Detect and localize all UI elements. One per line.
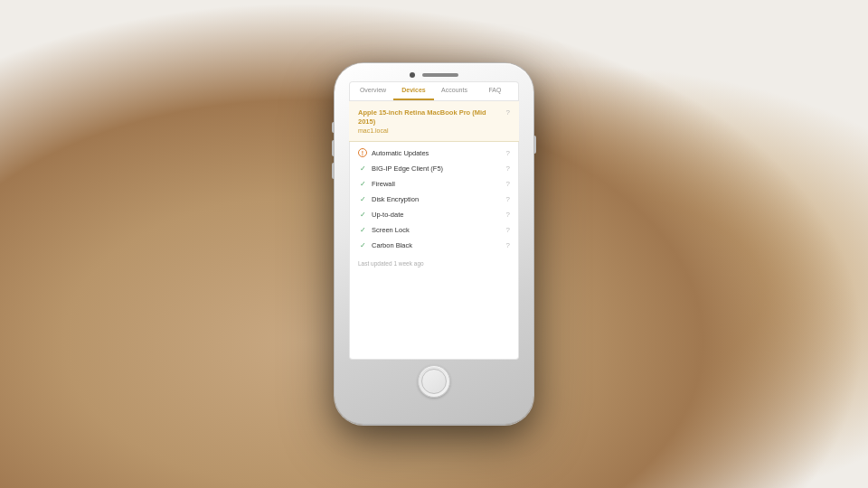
help-bigip[interactable]: ? — [506, 164, 510, 173]
help-carbon-black[interactable]: ? — [506, 241, 510, 249]
navigation-tabs: Overview Devices Accounts FAQ — [349, 81, 519, 101]
home-button[interactable] — [418, 365, 450, 398]
status-item-firewall: ✓ Firewall ? — [349, 176, 519, 192]
help-uptodate[interactable]: ? — [506, 211, 510, 219]
status-label-updates: Automatic Updates — [372, 149, 429, 157]
phone-screen: Overview Devices Accounts FAQ Apple 15-i… — [349, 81, 519, 360]
status-label-bigip: BIG-IP Edge Client (F5) — [372, 164, 443, 173]
status-item-uptodate: ✓ Up-to-date ? — [349, 207, 519, 222]
check-icon-carbon-black: ✓ — [358, 240, 367, 249]
status-list: ! Automatic Updates ? ✓ BIG-IP Edge Clie… — [349, 142, 519, 257]
check-icon-encryption: ✓ — [358, 194, 367, 203]
power-button — [533, 136, 536, 154]
volume-up-button — [332, 140, 335, 156]
status-label-firewall: Firewall — [372, 180, 395, 188]
phone-device: Overview Devices Accounts FAQ Apple 15-i… — [335, 63, 533, 425]
tab-devices[interactable]: Devices — [393, 81, 434, 100]
phone-shell: Overview Devices Accounts FAQ Apple 15-i… — [335, 63, 533, 425]
tab-overview[interactable]: Overview — [353, 81, 393, 100]
status-label-screen-lock: Screen Lock — [372, 226, 410, 234]
status-item-bigip: ✓ BIG-IP Edge Client (F5) ? — [349, 161, 519, 176]
status-item-screen-lock: ✓ Screen Lock ? — [349, 222, 519, 238]
check-icon-firewall: ✓ — [358, 179, 367, 188]
help-encryption[interactable]: ? — [506, 195, 510, 203]
device-help-icon[interactable]: ? — [506, 108, 510, 117]
check-icon-bigip: ✓ — [358, 164, 367, 173]
status-label-encryption: Disk Encryption — [372, 195, 419, 203]
tab-faq[interactable]: FAQ — [475, 81, 515, 100]
help-firewall[interactable]: ? — [506, 180, 510, 188]
last-updated-timestamp: Last updated 1 week ago — [349, 257, 519, 270]
status-label-uptodate: Up-to-date — [372, 211, 403, 219]
warning-icon-updates: ! — [358, 148, 367, 157]
device-hostname: mac1.local — [358, 127, 503, 134]
help-updates[interactable]: ? — [506, 149, 510, 157]
front-camera — [410, 72, 415, 78]
device-card: Apple 15-inch Retina MacBook Pro (Mid 20… — [349, 101, 519, 142]
mute-button — [332, 122, 335, 133]
home-button-inner — [421, 369, 447, 394]
check-icon-screen-lock: ✓ — [358, 225, 367, 234]
device-name: Apple 15-inch Retina MacBook Pro (Mid 20… — [358, 108, 503, 127]
earpiece-speaker — [422, 73, 458, 77]
status-item-automatic-updates: ! Automatic Updates ? — [349, 145, 519, 161]
tab-accounts[interactable]: Accounts — [434, 81, 475, 100]
volume-down-button — [332, 163, 335, 179]
help-screen-lock[interactable]: ? — [506, 226, 510, 234]
status-item-disk-encryption: ✓ Disk Encryption ? — [349, 192, 519, 207]
check-icon-uptodate: ✓ — [358, 210, 367, 219]
status-label-carbon-black: Carbon Black — [372, 241, 412, 249]
status-item-carbon-black: ✓ Carbon Black ? — [349, 238, 519, 253]
phone-top-bar — [335, 63, 533, 78]
device-info: Apple 15-inch Retina MacBook Pro (Mid 20… — [358, 108, 503, 134]
